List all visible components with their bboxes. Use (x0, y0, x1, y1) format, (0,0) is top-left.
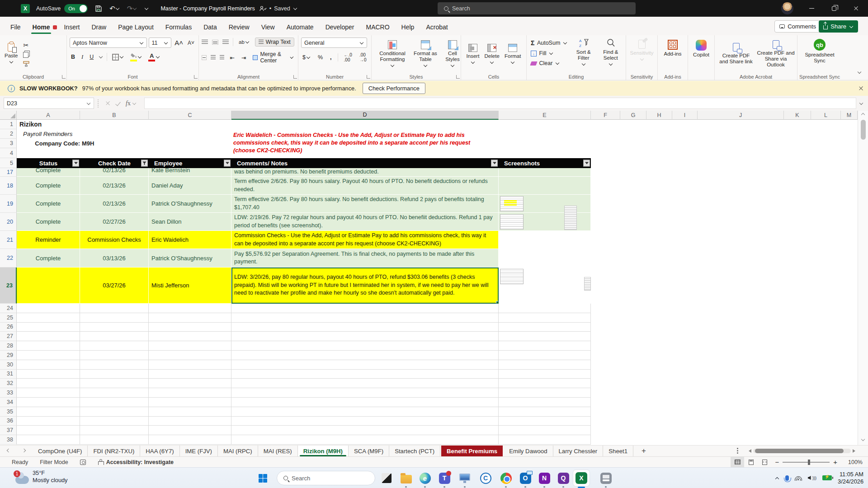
cell-C31[interactable] (149, 370, 231, 379)
cell-A22[interactable]: Complete (17, 249, 80, 267)
alignment-dialog-launcher[interactable] (293, 75, 297, 79)
sensitivity-button[interactable]: Sensitivity (629, 39, 655, 61)
file-explorer-button[interactable] (400, 472, 412, 484)
cell-E35[interactable] (499, 407, 591, 417)
ribbon-tab-file[interactable]: File (5, 19, 27, 35)
cell-E37[interactable] (499, 426, 591, 435)
cell-B34[interactable] (80, 398, 149, 407)
horizontal-scrollbar[interactable] (747, 447, 857, 455)
cell-E31[interactable] (499, 370, 591, 379)
cell-D31[interactable] (231, 370, 499, 379)
ribbon-tab-developer[interactable]: Developer (320, 19, 360, 35)
row-header-26[interactable]: 26 (0, 323, 17, 332)
battery-icon[interactable] (822, 475, 832, 480)
ribbon-tab-data[interactable]: Data (198, 19, 223, 35)
sheet-tab-ime-fjv-[interactable]: IME (FJV) (180, 446, 218, 456)
cell-B27[interactable] (80, 332, 149, 341)
sheet-tab-sca-m9f-[interactable]: SCA (M9F) (349, 446, 389, 456)
close-button[interactable] (845, 0, 866, 17)
cancel-entry-icon[interactable] (105, 101, 110, 106)
vertical-scroll-thumb[interactable] (861, 120, 866, 140)
cell-D18[interactable]: Term effective 2/6/26. Pay 80 hours sala… (231, 177, 499, 195)
horizontal-scroll-thumb[interactable] (755, 449, 844, 453)
scroll-down-icon[interactable] (861, 437, 865, 441)
align-top-button[interactable] (202, 40, 208, 45)
excel-taskbar-button[interactable]: X (573, 470, 590, 486)
sheet-tab-benefit-premiums[interactable]: Benefit Premiums (441, 446, 503, 456)
edge-browser-button[interactable]: e (419, 472, 431, 484)
cell-E22[interactable] (499, 249, 591, 267)
font-name-select[interactable]: Aptos Narrow (70, 38, 147, 48)
column-header-C[interactable]: C (149, 111, 231, 120)
enter-entry-icon[interactable] (117, 101, 119, 106)
cell-B1[interactable] (80, 120, 149, 129)
cell-C24[interactable] (149, 304, 231, 313)
normal-view-button[interactable] (731, 457, 744, 467)
cell-A30[interactable] (17, 360, 80, 370)
accessibility-status[interactable]: Accessibility: Investigate (98, 459, 174, 465)
increase-decimal-button[interactable]: ←.0.00 (343, 52, 354, 63)
cell-A27[interactable] (17, 332, 80, 341)
cell-C2[interactable] (149, 129, 231, 139)
cell-C25[interactable] (149, 313, 231, 323)
row-header-35[interactable]: 35 (0, 407, 17, 417)
addins-button[interactable]: Add-ins (660, 39, 685, 57)
sheet-tab-emily-dawood[interactable]: Emily Dawood (504, 446, 553, 456)
formula-input[interactable] (144, 98, 856, 109)
expand-formula-bar-icon[interactable] (859, 100, 863, 107)
align-bottom-button[interactable] (222, 40, 229, 45)
cell-C35[interactable] (149, 407, 231, 417)
cell-C19[interactable]: Patrick O'Shaughnessy (149, 195, 231, 213)
row-header-19[interactable]: 19 (0, 195, 17, 213)
ribbon-tab-acrobat[interactable]: Acrobat (420, 19, 453, 35)
column-header-D[interactable]: D (231, 111, 499, 120)
italic-button[interactable]: I (80, 53, 85, 61)
cell-D28[interactable] (231, 341, 499, 351)
cell-A31[interactable] (17, 370, 80, 379)
remote-desktop-button[interactable] (458, 472, 471, 484)
row-header-17[interactable]: 17 (0, 168, 17, 177)
fill-color-button[interactable] (129, 52, 143, 62)
font-dialog-launcher[interactable] (194, 75, 198, 79)
cell-C1[interactable] (149, 120, 231, 129)
percent-button[interactable]: % (316, 53, 324, 61)
decrease-decimal-button[interactable]: .00→0 (358, 52, 368, 63)
redo-button[interactable]: ↷ (127, 5, 137, 13)
cell-C23[interactable]: Misti Jefferson (149, 267, 231, 304)
close-banner-icon[interactable] (859, 86, 863, 91)
cell-E20[interactable] (499, 213, 591, 231)
cell-B4[interactable] (80, 148, 149, 158)
weather-widget[interactable]: 1 35°FMostly cloudy (15, 469, 68, 484)
wifi-icon[interactable] (795, 475, 802, 481)
cell-B30[interactable] (80, 360, 149, 370)
column-header-F[interactable]: F (591, 111, 620, 120)
next-sheet-icon[interactable] (22, 449, 26, 452)
zoom-level[interactable]: 100% (841, 459, 863, 465)
cell-A20[interactable]: Complete (17, 213, 80, 231)
styles-dialog-launcher[interactable] (456, 75, 460, 79)
autosave-toggle[interactable]: On (64, 4, 88, 13)
collapse-ribbon-button[interactable] (857, 69, 862, 75)
ribbon-tab-formulas[interactable]: Formulas (160, 19, 198, 35)
cell-D25[interactable] (231, 313, 499, 323)
cell-A21[interactable]: Reminder (17, 231, 80, 249)
undo-button[interactable]: ↶ (109, 5, 120, 13)
sheet-tab-rizikon-m9h-[interactable]: Rizikon (M9H) (298, 446, 349, 456)
column-header-I[interactable]: I (672, 111, 698, 120)
cell-D23[interactable]: LDW: 3/20/26, pay 80 regular hours, payo… (231, 267, 499, 304)
row-header-33[interactable]: 33 (0, 388, 17, 398)
cell-D38[interactable] (231, 435, 499, 445)
quickbooks-time-button[interactable]: Q (557, 472, 570, 484)
cell-C22[interactable]: Patrick O'Shaughnessy (149, 249, 231, 267)
cell-D29[interactable] (231, 351, 499, 360)
format-cells-button[interactable]: Format (503, 43, 523, 65)
ribbon-tab-review[interactable]: Review (223, 19, 255, 35)
cell-D33[interactable] (231, 388, 499, 398)
volume-icon[interactable]: ))) (808, 474, 817, 481)
format-painter-button[interactable] (23, 61, 29, 67)
orientation-button[interactable]: ab (237, 38, 251, 46)
ribbon-tab-view[interactable]: View (255, 19, 281, 35)
citrix-button[interactable]: C (479, 472, 492, 484)
row-header-32[interactable]: 32 (0, 379, 17, 388)
cell-C38[interactable] (149, 435, 231, 445)
